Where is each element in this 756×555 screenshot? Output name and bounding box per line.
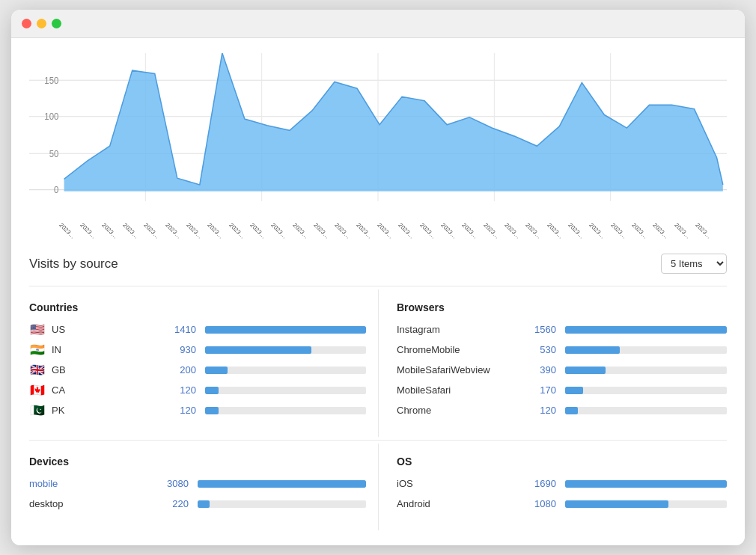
svg-text:100: 100 xyxy=(44,111,58,121)
bar-track-android xyxy=(565,500,727,508)
country-code-ca: CA xyxy=(52,384,156,396)
minimize-button[interactable] xyxy=(37,19,46,28)
flag-us: 🇺🇸 xyxy=(29,324,46,335)
country-code-gb: GB xyxy=(52,364,156,375)
close-button[interactable] xyxy=(22,19,31,28)
bar-track-in xyxy=(205,346,366,354)
country-value-us: 1410 xyxy=(162,324,196,335)
svg-text:50: 50 xyxy=(49,148,59,158)
os-panel: OS iOS 1690 Android 1080 xyxy=(378,444,727,530)
country-row-in: 🇮🇳 IN 930 xyxy=(29,344,366,355)
os-name-android: Android xyxy=(397,498,516,509)
browser-value-mobilesafariwebview: 390 xyxy=(522,364,556,375)
devices-title: Devices xyxy=(29,456,366,467)
country-row-pk: 🇵🇰 PK 120 xyxy=(29,405,366,416)
country-code-us: US xyxy=(52,324,156,335)
panels-grid: Countries 🇺🇸 US 1410 🇮🇳 IN 930 xyxy=(29,289,727,437)
bar-fill-pk xyxy=(205,407,219,414)
bar-track-mobilesafari xyxy=(565,387,727,394)
countries-title: Countries xyxy=(29,301,366,313)
main-content: 0 50 100 150 2023-10-292023-10-302023-10… xyxy=(11,38,745,545)
svg-text:150: 150 xyxy=(44,75,58,85)
browser-row-instagram: Instagram 1560 xyxy=(397,324,727,335)
os-title: OS xyxy=(397,456,727,467)
country-value-ca: 120 xyxy=(162,384,196,396)
divider-top xyxy=(29,286,727,286)
browser-value-mobilesafari: 170 xyxy=(522,384,556,396)
device-value-desktop: 220 xyxy=(155,498,189,509)
device-name-mobile: mobile xyxy=(29,478,149,489)
country-row-ca: 🇨🇦 CA 120 xyxy=(29,384,366,396)
flag-ca: 🇨🇦 xyxy=(29,384,46,396)
country-value-in: 930 xyxy=(162,344,196,355)
traffic-lights xyxy=(22,19,61,28)
bar-track-desktop xyxy=(198,500,366,508)
bar-fill-gb xyxy=(205,367,228,374)
browser-name-mobilesafariwebview: MobileSafariWebview xyxy=(397,364,516,375)
browser-row-chrome: Chrome 120 xyxy=(397,405,727,416)
bar-track-ca xyxy=(205,387,366,394)
browsers-panel: Browsers Instagram 1560 ChromeMobile 530 xyxy=(378,289,727,437)
bottom-panels-grid: Devices mobile 3080 desktop 220 xyxy=(29,444,727,530)
browser-value-instagram: 1560 xyxy=(522,324,556,335)
bar-track-us xyxy=(205,326,366,334)
os-value-ios: 1690 xyxy=(522,478,556,489)
browser-name-chrome: Chrome xyxy=(397,405,516,416)
browser-row-chromemobile: ChromeMobile 530 xyxy=(397,344,727,355)
flag-in: 🇮🇳 xyxy=(29,344,46,355)
flag-pk: 🇵🇰 xyxy=(29,405,46,416)
bar-track-chromemobile xyxy=(565,346,727,354)
browser-value-chromemobile: 530 xyxy=(522,344,556,355)
bar-track-mobile xyxy=(198,480,366,488)
device-row-mobile: mobile 3080 xyxy=(29,478,366,489)
maximize-button[interactable] xyxy=(52,19,61,28)
bar-fill-in xyxy=(205,346,311,354)
country-row-gb: 🇬🇧 GB 200 xyxy=(29,364,366,375)
device-row-desktop: desktop 220 xyxy=(29,498,366,509)
country-value-gb: 200 xyxy=(162,364,196,375)
browser-row-mobilesafariwebview: MobileSafariWebview 390 xyxy=(397,364,727,375)
device-value-mobile: 3080 xyxy=(155,478,189,489)
titlebar xyxy=(11,10,745,38)
bar-track-ios xyxy=(565,480,727,488)
bar-fill-us xyxy=(205,326,366,334)
browser-value-chrome: 120 xyxy=(522,405,556,416)
device-name-desktop: desktop xyxy=(29,498,149,509)
bar-fill-instagram xyxy=(565,326,727,334)
bar-fill-android xyxy=(565,500,668,508)
bar-fill-mobilesafariwebview xyxy=(565,367,606,374)
country-value-pk: 120 xyxy=(162,405,196,416)
country-row-us: 🇺🇸 US 1410 xyxy=(29,324,366,335)
bar-fill-mobilesafari xyxy=(565,387,583,394)
bar-fill-chrome xyxy=(565,407,578,414)
browser-name-mobilesafari: MobileSafari xyxy=(397,384,516,396)
bar-fill-ios xyxy=(565,480,727,488)
bar-track-instagram xyxy=(565,326,727,334)
bar-track-gb xyxy=(205,367,366,374)
devices-panel: Devices mobile 3080 desktop 220 xyxy=(29,444,378,530)
flag-gb: 🇬🇧 xyxy=(29,364,46,375)
bar-track-mobilesafariwebview xyxy=(565,367,727,374)
bar-track-chrome xyxy=(565,407,727,414)
area-chart: 0 50 100 150 2023-10-292023-10-302023-10… xyxy=(29,53,727,248)
browsers-title: Browsers xyxy=(397,301,727,313)
divider-middle xyxy=(29,440,727,441)
os-row-ios: iOS 1690 xyxy=(397,478,727,489)
country-code-in: IN xyxy=(52,344,156,355)
bar-fill-chromemobile xyxy=(565,346,620,354)
bar-fill-mobile xyxy=(198,480,366,488)
bar-track-pk xyxy=(205,407,366,414)
bar-fill-ca xyxy=(205,387,219,394)
os-row-android: Android 1080 xyxy=(397,498,727,509)
bar-fill-desktop xyxy=(198,500,210,508)
country-code-pk: PK xyxy=(52,405,156,416)
os-name-ios: iOS xyxy=(397,478,516,489)
browser-name-instagram: Instagram xyxy=(397,324,516,335)
app-window: 0 50 100 150 2023-10-292023-10-302023-10… xyxy=(11,10,745,545)
countries-panel: Countries 🇺🇸 US 1410 🇮🇳 IN 930 xyxy=(29,289,378,437)
svg-text:0: 0 xyxy=(54,185,59,194)
browser-name-chromemobile: ChromeMobile xyxy=(397,344,516,355)
os-value-android: 1080 xyxy=(522,498,556,509)
browser-row-mobilesafari: MobileSafari 170 xyxy=(397,384,727,396)
